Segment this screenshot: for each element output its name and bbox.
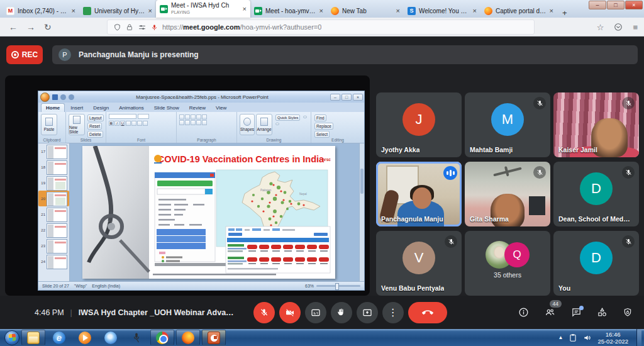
tile-kaiser-jamil[interactable]: Kaiser Jamil [553,92,639,157]
underline-button[interactable]: U [120,121,125,126]
ribbon-tab-view[interactable]: View [211,104,231,112]
raise-hand-button[interactable] [331,302,352,323]
action-center-icon[interactable] [569,333,577,342]
tab-close-icon[interactable]: × [473,7,477,14]
office-button[interactable] [40,92,50,102]
window-close-button[interactable]: × [625,1,643,9]
mic-toggle-button[interactable] [253,302,275,323]
thumbnail-24[interactable]: 24 [38,254,69,269]
volume-icon[interactable] [583,333,592,342]
thumbnail-22[interactable]: 22 [38,222,69,238]
taskbar-firefox[interactable] [176,330,200,345]
tab-meet-active[interactable]: Meet - IWSA Hyd Ch PLAYING × [156,0,250,18]
shape-fill-button[interactable] [303,116,307,118]
reload-icon[interactable]: ↻ [44,22,52,32]
host-controls-button[interactable] [623,307,633,318]
microphone-in-use-icon[interactable] [151,23,158,31]
ribbon-tab-design[interactable]: Design [89,104,113,112]
strikethrough-button[interactable] [126,121,131,126]
window-maximize-button[interactable]: □ [607,1,625,9]
ppt-minimize-button[interactable]: – [330,94,340,101]
more-options-button[interactable]: ⋮ [382,302,404,323]
window-minimize-button[interactable]: – [589,1,606,9]
find-button[interactable]: Find [314,114,326,121]
tab-close-icon[interactable]: × [72,7,75,14]
screen-share-tile[interactable]: Manjusree-Space&health-25feb.pps - Micro… [5,75,370,296]
new-slide-button[interactable]: New Slide [69,114,85,135]
new-tab-button[interactable]: + [557,8,572,18]
menu-hamburger-icon[interactable]: ≡ [633,23,638,32]
permissions-icon[interactable] [138,23,147,31]
tile-you[interactable]: D You [553,231,639,296]
lock-icon[interactable] [126,23,133,31]
taskbar-explorer[interactable] [21,330,45,345]
indent-increase-button[interactable] [196,114,201,120]
tile-panchagnula-manju[interactable]: Panchagnula Manju [376,162,462,226]
ppt-close-button[interactable]: × [353,94,363,101]
tab-captive-portal[interactable]: Captive portal detect × [480,4,557,18]
tile-venu-babu-pentyala[interactable]: V Venu Babu Pentyala [376,231,462,296]
thumbnail-20-selected[interactable]: 20 [38,191,69,206]
taskbar-powerpoint[interactable] [202,330,226,345]
font-size-box[interactable] [138,114,149,119]
thumbnail-23[interactable]: 23 [38,238,69,254]
show-everyone-button[interactable]: 44 [544,307,556,318]
ribbon-tab-insert[interactable]: Insert [66,104,87,112]
quick-styles-button[interactable]: Quick Styles [275,114,300,121]
pocket-icon[interactable] [614,23,623,31]
forward-icon[interactable]: → [26,22,35,32]
powerpoint-titlebar[interactable]: Manjusree-Space&health-25feb.pps - Micro… [38,91,364,103]
show-desktop-button[interactable] [636,329,641,346]
align-left-button[interactable] [179,120,184,125]
paste-button[interactable]: Paste [41,114,57,135]
italic-button[interactable]: I [114,121,119,126]
tile-gita-sharma[interactable]: Gita Sharma [465,162,550,226]
tab-university[interactable]: University of Hyderab × [79,4,156,18]
ribbon-tab-home[interactable]: Home [41,103,65,112]
change-case-button[interactable] [143,121,148,126]
tab-welcome[interactable]: S Welcome! You have s × [404,4,480,18]
shape-outline-button[interactable] [275,123,279,125]
meeting-details-button[interactable] [518,307,529,318]
thumbnail-21[interactable]: 21 [38,206,69,222]
font-name-box[interactable] [109,114,136,119]
tab-close-icon[interactable]: × [243,5,247,13]
tab-close-icon[interactable]: × [319,7,323,14]
redo-icon[interactable] [69,94,74,100]
arrange-button[interactable]: Arrange [256,114,272,135]
delete-button[interactable]: Delete [87,131,103,138]
tab-close-icon[interactable]: × [396,7,400,14]
taskbar-internet-explorer[interactable]: e [47,330,71,345]
tab-meet-second[interactable]: Meet - hoa-ymvi-wrk × [250,4,327,18]
tab-gmail-inbox[interactable]: M Inbox (2,740) - deann × [3,4,79,18]
leave-call-button[interactable] [408,302,447,323]
tab-close-icon[interactable]: × [148,7,152,14]
taskbar-media-player[interactable] [73,330,97,345]
bullets-button[interactable] [179,114,184,120]
present-screen-button[interactable] [357,302,378,323]
bookmark-star-icon[interactable]: ☆ [597,23,604,32]
replace-button[interactable]: Replace [314,123,333,130]
tile-dean-school-of-med[interactable]: D Dean, School of Med… [553,162,639,226]
character-spacing-button[interactable] [137,121,142,126]
start-button[interactable] [4,330,19,345]
ribbon-tab-animations[interactable]: Animations [114,104,148,112]
camera-toggle-button[interactable] [279,302,301,323]
ribbon-tab-review[interactable]: Review [185,104,210,112]
align-right-button[interactable] [191,120,196,125]
ppt-maximize-button[interactable]: □ [341,94,352,101]
captions-button[interactable] [305,302,326,323]
tab-new-tab[interactable]: New Tab × [327,4,404,18]
save-icon[interactable] [52,94,58,100]
tile-jyothy-akka[interactable]: J Jyothy Akka [376,92,462,157]
thumbnail-17[interactable]: 17 [38,143,69,159]
undo-icon[interactable] [60,94,66,100]
back-icon[interactable]: ← [9,22,18,32]
reset-button[interactable]: Reset [87,123,102,130]
layout-button[interactable]: Layout [87,114,104,121]
numbering-button[interactable] [185,114,190,120]
thumbnail-18[interactable]: 18 [38,159,69,175]
tile-mahtab-bamji[interactable]: M Mahtab Bamji [465,92,550,157]
taskbar-chromium[interactable] [99,330,123,345]
shadow-button[interactable] [131,121,136,126]
